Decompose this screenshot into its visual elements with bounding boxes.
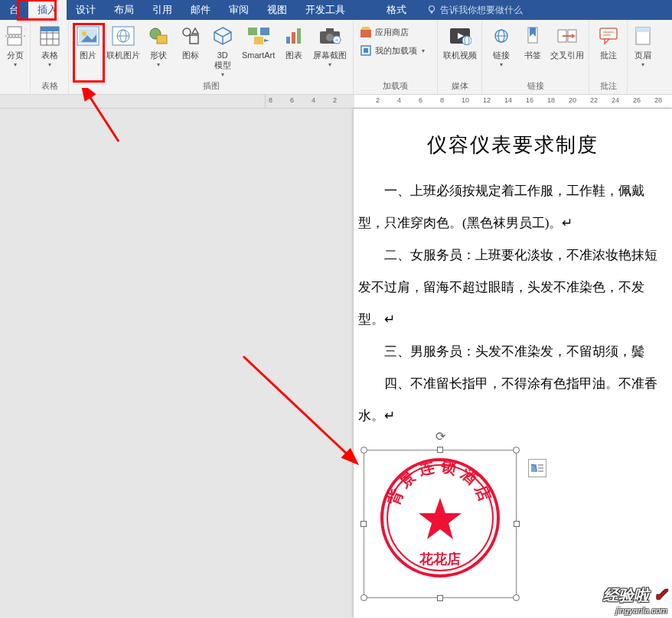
header-icon	[631, 24, 655, 48]
document-title: 仪容仪表要求制度	[358, 132, 667, 158]
table-button[interactable]: 表格 ▾	[34, 22, 65, 79]
my-addins-button[interactable]: 我的加载项 ▾	[357, 42, 428, 59]
resize-handle[interactable]	[513, 447, 520, 454]
svg-rect-38	[360, 30, 371, 37]
ruler-tick: 28	[654, 96, 662, 104]
cube-icon	[210, 24, 235, 48]
svg-rect-31	[292, 32, 295, 44]
screenshot-button[interactable]: + 屏幕截图 ▾	[310, 22, 350, 79]
crossref-icon	[555, 24, 579, 48]
svg-line-61	[88, 94, 119, 141]
3d-model-button[interactable]: 3D模型 ▾	[207, 22, 239, 79]
svg-rect-22	[190, 35, 198, 44]
resize-handle[interactable]	[437, 595, 443, 601]
svg-marker-55	[605, 39, 609, 44]
ruler-tick: 8	[269, 96, 272, 104]
svg-rect-28	[254, 37, 263, 44]
chevron-down-icon: ▾	[48, 61, 51, 68]
svg-rect-54	[600, 28, 617, 39]
addins-icon	[360, 44, 372, 57]
online-video-button[interactable]: 联机视频	[441, 22, 478, 79]
bookmark-icon	[520, 24, 545, 48]
tab-insert[interactable]: 插入	[28, 0, 67, 20]
svg-marker-29	[264, 39, 269, 42]
resize-handle[interactable]	[514, 521, 520, 527]
ruler-tick: 14	[504, 96, 512, 104]
resize-handle[interactable]	[513, 594, 520, 601]
svg-point-13	[82, 31, 86, 36]
resize-handle[interactable]	[360, 521, 367, 527]
link-icon	[489, 24, 514, 48]
bookmark-button[interactable]: 书签	[517, 22, 548, 79]
comment-button[interactable]: 批注	[592, 22, 624, 79]
svg-marker-63	[419, 498, 462, 539]
chart-icon	[282, 24, 306, 48]
group-label-addins: 加载项	[354, 80, 437, 94]
tab-bar: 台 插入 设计 布局 引用 邮件 审阅 视图 开发工具 格式 告诉我你想要做什么	[0, 0, 672, 20]
picture-button[interactable]: 图片	[72, 22, 104, 79]
tutorial-arrow-2	[236, 349, 366, 471]
chevron-down-icon: ▾	[641, 61, 644, 68]
chevron-down-icon: ▾	[500, 61, 503, 68]
watermark: 经验啦 ✓ jingyanla.com	[603, 585, 667, 615]
svg-rect-30	[286, 37, 290, 44]
tell-me-search[interactable]: 告诉我你想要做什么	[416, 0, 523, 20]
store-icon	[360, 26, 372, 38]
svg-text:+: +	[335, 37, 339, 44]
online-picture-icon	[111, 24, 135, 48]
tab-references[interactable]: 引用	[143, 0, 181, 20]
svg-rect-10	[41, 27, 59, 31]
tab-start-partial[interactable]: 台	[0, 0, 28, 20]
lightbulb-icon	[426, 5, 437, 15]
tab-design[interactable]: 设计	[67, 0, 105, 20]
svg-marker-23	[192, 28, 198, 34]
shapes-button[interactable]: 形状 ▾	[142, 22, 175, 79]
tab-view[interactable]: 视图	[258, 0, 296, 20]
icons-button[interactable]: 图标	[175, 22, 207, 79]
video-icon	[448, 24, 472, 48]
svg-rect-27	[260, 28, 269, 35]
layout-options-icon	[530, 462, 544, 474]
chevron-down-icon: ▾	[221, 71, 224, 78]
selected-image-frame[interactable]: ⟳ 背景连锁酒店 花花店	[364, 450, 517, 598]
ruler-tick: 6	[419, 96, 422, 104]
svg-point-34	[326, 34, 334, 41]
svg-point-0	[429, 6, 435, 11]
svg-point-44	[462, 36, 471, 45]
ruler-tick: 12	[483, 96, 491, 104]
chart-button[interactable]: 图表	[278, 22, 310, 79]
online-picture-button[interactable]: 联机图片	[104, 22, 142, 79]
header-button[interactable]: 页眉 ▾	[631, 22, 655, 79]
checkmark-icon: ✓	[654, 585, 667, 604]
crossref-button[interactable]: 交叉引用	[548, 22, 586, 79]
rotate-handle-icon[interactable]: ⟳	[435, 429, 445, 444]
page-break-icon	[3, 24, 28, 48]
smartart-icon	[246, 24, 271, 48]
tab-devtools[interactable]: 开发工具	[296, 0, 354, 20]
document-paragraph: 二、女服务员：上班要化淡妆，不准浓妆艳抹短发不过肩，留海不超过眼睛，头发不准染色…	[358, 239, 667, 336]
comment-icon	[596, 24, 621, 48]
shapes-icon	[146, 24, 171, 48]
smartart-button[interactable]: SmartArt	[239, 22, 279, 79]
tab-review[interactable]: 审阅	[220, 0, 258, 20]
group-label-links: 链接	[482, 80, 589, 94]
app-store-button[interactable]: 应用商店	[357, 24, 428, 41]
document-page: 仪容仪表要求制度 一、上班必须按规定着工作服，工作鞋，佩戴型，只准穿肉色。(黑色…	[354, 109, 672, 618]
svg-rect-26	[248, 28, 257, 35]
camera-icon: +	[318, 24, 342, 48]
tab-mail[interactable]: 邮件	[181, 0, 220, 20]
hyperlink-button[interactable]: 链接 ▾	[485, 22, 517, 79]
page-break-button[interactable]: 分页 ▾	[3, 22, 28, 79]
ribbon: 分页 ▾ 表格 ▾ 表格 图片	[0, 20, 672, 95]
tab-format[interactable]: 格式	[377, 0, 416, 20]
ruler-tick: 4	[312, 96, 315, 104]
svg-rect-1	[431, 11, 433, 14]
resize-handle[interactable]	[437, 447, 443, 453]
icons-icon	[178, 24, 203, 48]
stamp-image: 背景连锁酒店 花花店	[380, 458, 500, 577]
layout-options-button[interactable]	[528, 459, 546, 477]
resize-handle[interactable]	[360, 594, 367, 601]
tab-layout[interactable]: 布局	[105, 0, 143, 20]
svg-line-69	[243, 356, 349, 456]
svg-rect-3	[8, 37, 21, 45]
